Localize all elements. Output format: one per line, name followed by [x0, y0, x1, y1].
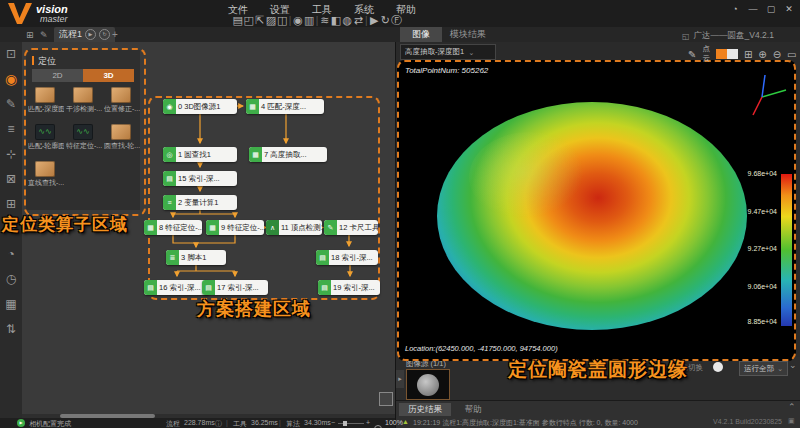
network-icon[interactable]: ◍: [342, 14, 353, 27]
image-icon[interactable]: ▨: [265, 14, 276, 27]
solution-label-wrap: ◱ 广达——圆盘_V4.2.1: [682, 30, 774, 42]
zoom-in-icon[interactable]: ⊕: [758, 49, 766, 60]
locate-category-icon[interactable]: ◉: [0, 67, 22, 92]
edit-pencil-icon[interactable]: ✎: [688, 49, 696, 60]
metric-tool-label: 工具: [233, 419, 247, 428]
run-mode-select[interactable]: 运行全部 ⌄: [739, 361, 788, 376]
navigator-toggle-icon[interactable]: [379, 392, 393, 406]
image-source-thumbnail[interactable]: [406, 369, 450, 400]
logo-line2: master: [40, 15, 68, 24]
colorbar-label: 9.06e+04: [727, 283, 777, 290]
version-label: V4.2.1 Build20230825: [696, 418, 782, 425]
annotation-palette-region: 定位类算子区域: [2, 213, 128, 236]
flow-tab-label: 流程1: [59, 28, 82, 41]
flow-node-index-15[interactable]: ▤ 15 索引-深...: [163, 171, 237, 186]
run-loop-flow-icon[interactable]: ↻: [99, 29, 110, 40]
logic-category-icon[interactable]: ◷: [0, 267, 22, 292]
tab-flow1[interactable]: 流程1 ▶ ↻: [54, 27, 115, 42]
flow-node-vertex-detect[interactable]: ∧ 11 顶点检测1: [266, 220, 322, 235]
toolbar-separator: |: [316, 15, 319, 26]
result-source-select[interactable]: 高度抽取-深度图1 ⌄: [400, 44, 496, 60]
info-icon[interactable]: ⓘ: [215, 419, 222, 428]
pointcloud-viewport[interactable]: TotalPointNum: 505262 Location:(62450.00…: [397, 60, 796, 361]
node-icon: ▦: [249, 147, 262, 162]
zoom-minus-button[interactable]: −: [331, 419, 335, 426]
io-icon[interactable]: ⇄: [353, 14, 364, 27]
flow-node-feature-locate-8[interactable]: ▦ 8 特征定位-...: [144, 220, 202, 235]
main-toolbar: ▤ ◰ ⇱ ▨ ◫ | ◉ ▥ | ≋ ◧ ◍ ⇄ | ▶ ↻ Ⓕ: [232, 13, 402, 28]
node-icon: ▦: [144, 220, 157, 235]
flow-node-height-extract[interactable]: ▦ 7 高度抽取...: [249, 147, 327, 162]
zoom-slider-handle[interactable]: [343, 421, 347, 426]
add-flow-button[interactable]: +: [112, 29, 118, 40]
frontend-icon[interactable]: Ⓕ: [391, 13, 402, 28]
minimize-icon[interactable]: —: [746, 4, 760, 14]
history-log-entry[interactable]: 19:21:19 流程1:高度抽取:深度图1:基准面 参数行特点 行数: 0, …: [413, 418, 683, 428]
color-category-icon[interactable]: ◔: [0, 242, 22, 267]
toggle-knob: [713, 362, 723, 372]
axis-triad-icon: [744, 72, 789, 117]
camera-icon[interactable]: ◉: [292, 14, 303, 27]
chevron-down-icon: ⌄: [468, 48, 474, 57]
collapse-panel-icon[interactable]: ⌃: [788, 402, 796, 412]
strip-chevron-icon[interactable]: ⌄: [789, 360, 797, 370]
measure-category-icon[interactable]: ≡: [0, 117, 22, 142]
view-mode-toggle[interactable]: [716, 49, 738, 59]
ratio-1to1-icon[interactable]: ▭: [787, 49, 796, 60]
pointcloud-blob: [437, 102, 747, 330]
device-icon[interactable]: ◧: [330, 14, 341, 27]
flow-node-feature-locate-9[interactable]: ▦ 9 特征定位-...: [206, 220, 264, 235]
flow-node-script[interactable]: ≣ 3 脚本1: [166, 250, 226, 265]
collapse-strip-icon[interactable]: ▸: [396, 370, 404, 388]
maximize-icon[interactable]: ▢: [764, 4, 778, 14]
flow-edit-icon[interactable]: ✎: [40, 30, 48, 40]
zoom-out-icon[interactable]: ⊖: [773, 49, 781, 60]
flow-node-variable-calc[interactable]: ≡ 2 变量计算1: [163, 195, 237, 210]
defect-category-icon[interactable]: ⊠: [0, 167, 22, 192]
panel-icon[interactable]: ◫: [277, 14, 288, 27]
tab-module-result[interactable]: 模块结果: [442, 27, 494, 42]
comm-icon[interactable]: ≋: [319, 14, 330, 27]
tab-help[interactable]: 帮助: [453, 403, 493, 416]
run-once-icon[interactable]: ▶: [369, 14, 380, 27]
tab-image[interactable]: 图像: [400, 27, 442, 42]
history-panel: 历史结果 帮助 ⌃ ▲ 19:21:19 流程1:高度抽取:深度图1:基准面 参…: [395, 400, 800, 428]
status-bar: ▶ 相机配置完成 流程 228.78ms ⓘ | 工具 36.25ms | 算法…: [0, 418, 395, 428]
image-category-icon[interactable]: ✎: [0, 92, 22, 117]
window-controls: ◔ — ▢ ✕: [728, 4, 796, 14]
metric-tool-value: 36.25ms: [251, 419, 278, 426]
run-status-icon[interactable]: ▶: [17, 419, 25, 427]
annotation-viewport-region: 定位陶瓷盖圆形边缘: [508, 357, 688, 383]
fit-view-icon[interactable]: ⊞: [744, 49, 752, 60]
align-category-icon[interactable]: ⊹: [0, 142, 22, 167]
warning-icon: ▲: [402, 418, 409, 425]
flow-manage-icon[interactable]: ⊞: [26, 30, 34, 40]
monitor-icon[interactable]: ◔: [728, 4, 742, 14]
run-once-flow-icon[interactable]: ▶: [85, 29, 96, 40]
flow-node-circle-find[interactable]: ◎ 1 圆查找1: [163, 147, 237, 162]
colorbar-label: 9.27e+04: [727, 245, 777, 252]
comm-category-icon[interactable]: ⇅: [0, 317, 22, 342]
flow-node-index-19[interactable]: ▤ 19 索引-深...: [318, 280, 380, 295]
flow-node-match-depth[interactable]: ▦ 4 匹配-深度...: [246, 99, 324, 114]
visionmaster-window: vision master 文件 设置 工具 系统 帮助 ▤ ◰ ⇱ ▨ ◫ |…: [0, 0, 800, 428]
flow-node-index-17[interactable]: ▤ 17 索引-深...: [202, 280, 268, 295]
status-separator: |: [279, 419, 281, 426]
flow-node-image-source[interactable]: ◉ 0 3D图像源1: [163, 99, 237, 114]
metric-algo-value: 34.30ms: [304, 419, 331, 426]
flow-node-caliper[interactable]: ✎ 12 卡尺工具1: [324, 220, 378, 235]
zoom-plus-button[interactable]: +: [366, 419, 370, 426]
run-loop-icon[interactable]: ↻: [380, 14, 391, 27]
save-icon[interactable]: ▤: [232, 14, 243, 27]
system-category-icon[interactable]: ▦: [0, 292, 22, 317]
zoom-slider-track[interactable]: [338, 423, 364, 424]
location-label: Location:(62450.000, -41750.000, 94754.0…: [405, 344, 558, 353]
close-icon[interactable]: ✕: [782, 4, 796, 14]
open-icon[interactable]: ◰: [243, 14, 254, 27]
acquire-category-icon[interactable]: ⊡: [0, 42, 22, 67]
tab-history[interactable]: 历史结果: [399, 403, 451, 416]
export-icon[interactable]: ⇱: [254, 14, 265, 27]
flow-node-index-16[interactable]: ▤ 16 索引-深...: [144, 280, 210, 295]
lightbar-icon[interactable]: ▥: [304, 14, 315, 27]
flow-node-index-18[interactable]: ▤ 18 索引-深...: [316, 250, 378, 265]
